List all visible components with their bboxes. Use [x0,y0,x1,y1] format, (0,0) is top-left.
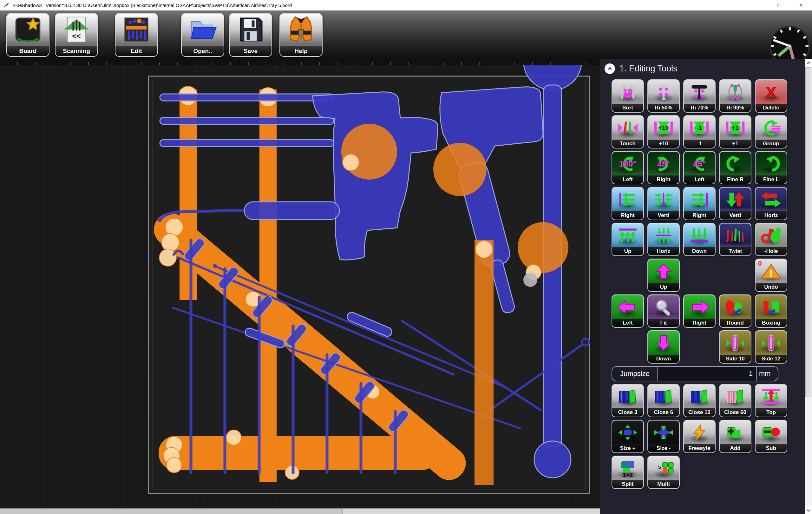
tool-button-label: Left [612,175,643,184]
toolbar-button-open[interactable]: Open.. [181,13,224,57]
tool-button-left[interactable]: 45°Left [683,151,716,184]
toolbar-button-help[interactable]: Help [280,13,323,57]
jumpsize-label: Jumpsize [612,370,658,378]
toolbar-button-label: Open.. [182,46,224,56]
tool-button-up[interactable]: Up [647,259,680,292]
tool-button-10[interactable]: +10+10 [647,115,680,148]
tool-button-horiz[interactable]: Horiz [647,223,680,256]
scroll-up-button[interactable] [805,59,812,67]
editing-tools-grid: 10SortRi 50%Ri 70%Ri 90%XDeleteTouch+10+… [612,79,812,489]
tool-button-size[interactable]: Size - [647,420,680,453]
tool-button-delete[interactable]: XDelete [755,79,787,113]
tool-button-label: Top [756,408,787,417]
tool-button-down[interactable]: Down [647,330,680,364]
close-button[interactable]: ✕ [790,0,812,10]
tool-button-size[interactable]: Size + [612,420,644,453]
tool-button-down[interactable]: Down [683,223,716,256]
horizontal-scrollbar[interactable] [0,508,600,514]
tool-button-label: Left [684,175,715,184]
tool-button-close-60[interactable]: Close 60 [719,384,751,417]
tool-button-ri-50[interactable]: Ri 50% [647,79,680,113]
tool-button-add[interactable]: Add [719,420,751,453]
tool-button-label: Close 12 [684,408,715,417]
tool-button-sort[interactable]: 10Sort [612,79,644,113]
horizontal-scrollbar-thumb[interactable] [0,509,343,514]
sub-shapes [756,420,787,445]
tool-button-sub[interactable]: Sub [755,420,787,453]
panel-scrollbar[interactable] [805,59,812,514]
collapse-panel-button[interactable] [605,63,615,74]
tool-button-split[interactable]: 1>2Split [612,456,644,489]
panel-header: 1. Editing Tools [600,59,812,78]
tool-button-round[interactable]: Round [719,294,751,328]
tool-button-1[interactable]: +1+1 [719,115,751,148]
jumpsize-input[interactable] [658,367,756,381]
tool-button-label: Close 6 [648,408,679,417]
tool-button-right[interactable]: Right [683,294,716,328]
close-comb-blue [684,384,715,409]
tool-button-label: Horiz [648,247,679,255]
tool-button-verti[interactable]: Verti [647,187,680,220]
tool-button-right[interactable]: 45°Right [647,151,680,184]
tool-button-twist[interactable]: Twist [719,223,751,256]
tool-button-multi[interactable]: >Multi [647,456,680,489]
size-shrink [648,420,679,445]
tool-button-close-3[interactable]: Close 3 [612,384,644,417]
tool-button-horiz[interactable]: Horiz [755,187,787,220]
tool-button-label: Up [612,247,643,255]
tool-button-label: Right [612,211,643,220]
side-clearance [756,331,787,355]
multi-shapes: > [648,456,679,480]
toolbar-button-scanning[interactable]: << Scanning [55,13,98,57]
tool-button-fit[interactable]: Fit [647,294,680,328]
tool-button-side-12[interactable]: Side 12 [755,330,787,364]
tool-button-left[interactable]: Left [612,294,644,328]
tool-button-right[interactable]: Right [612,187,644,220]
tool-button-right[interactable]: Right [683,187,716,220]
maximize-button[interactable]: □ [767,0,790,10]
tool-button-fine-l[interactable]: Fine L [755,151,787,184]
tool-button-ri-70[interactable]: Ri 70% [683,79,716,113]
tray-canvas[interactable] [0,65,600,508]
tool-button-label: Round [720,319,751,327]
tool-button-up[interactable]: Up [612,223,644,256]
tool-button-verti[interactable]: Verti [719,187,751,220]
tool-button-freesyle[interactable]: Freesyle [683,420,716,453]
tool-button-close-6[interactable]: Close 6 [647,384,680,417]
tool-button-left[interactable]: 180°Left [612,151,644,184]
tool-button-undo[interactable]: !0Undo [755,259,787,292]
twist-wrenches [720,223,751,248]
spacing-block [684,116,715,140]
tool-button-boxing[interactable]: Boxing [755,294,787,328]
tool-button-label: -Hole [756,247,787,255]
tool-button-touch[interactable]: Touch [612,115,644,148]
tool-button-close-12[interactable]: Close 12 [683,384,716,417]
tool-button-hole[interactable]: -Hole [755,223,787,256]
tool-button-1[interactable]: -1-1 [683,115,716,148]
tool-button-label: Down [684,247,715,255]
minimize-button[interactable]: — [745,0,767,10]
toolbar-button-save[interactable]: Save [229,13,272,57]
t-handle-tool [684,80,715,104]
tool-button-label: Size + [612,444,643,452]
flip-vertical [720,188,751,211]
tool-button-label: Freesyle [684,444,715,452]
undo-count-badge: 0 [758,260,762,267]
tool-button-side-10[interactable]: Side 10 [719,330,751,364]
toolbar-button-board[interactable]: Board [6,13,50,57]
tool-button-top[interactable]: Top [755,384,787,417]
toolbar-button-edit[interactable]: Edit [115,13,158,57]
move-down-arrow [648,331,679,355]
tool-button-group[interactable]: Group [755,115,787,148]
tool-button-fine-r[interactable]: Fine R [719,151,751,184]
tool-button-label: Right [648,175,679,184]
tool-button-label: -1 [684,140,715,148]
scroll-down-button[interactable] [805,506,812,514]
tool-button-ri-90[interactable]: Ri 90% [719,79,751,113]
tool-button-label: Sort [612,104,643,112]
align-middle-horizontal [648,223,679,248]
spacing-block [648,116,679,140]
minus-hole [756,223,787,248]
panel-scrollbar-thumb[interactable] [805,67,811,397]
tool-button-label: Left [612,319,643,327]
